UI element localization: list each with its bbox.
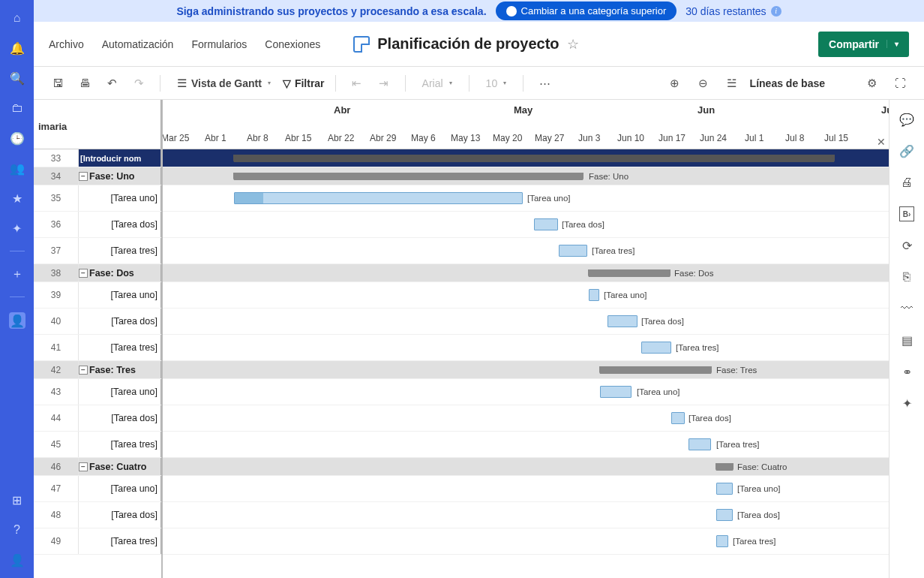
summary-bar[interactable] [716,463,733,471]
bar-area[interactable]: [Tarea uno] [161,282,889,308]
task-bar[interactable] [641,342,671,354]
bar-area[interactable]: Fase: Uno [161,167,889,185]
folder-icon[interactable]: 🗀 [10,101,25,116]
zoom-in-icon[interactable]: ⊕ [664,73,686,94]
baselines-button[interactable]: Líneas de base [750,77,825,89]
refresh-icon[interactable]: ⟳ [899,238,914,253]
task-bar[interactable] [716,535,728,547]
print-icon[interactable]: 🖶 [74,73,95,94]
trial-days-remaining[interactable]: 30 días restantes [686,5,781,17]
workapps-icon[interactable]: ✦ [10,221,25,236]
font-size-selector[interactable]: 10 [480,74,513,92]
gantt-chart[interactable]: imaria AbrMayJunJul Mar 25Abr 1Abr 8Abr … [34,100,889,578]
task-name-cell[interactable]: [Tarea tres] [79,238,161,263]
task-name-cell[interactable]: −Fase: Dos [79,264,161,281]
zoom-out-icon[interactable]: ⊖ [693,73,714,94]
task-bar[interactable] [600,386,632,398]
task-bar[interactable] [559,245,587,257]
menu-automation[interactable]: Automatización [102,38,174,50]
bar-area[interactable]: [Tarea dos] [161,309,889,334]
bar-area[interactable]: [Tarea tres] [161,528,889,554]
summary-bar[interactable] [600,366,711,374]
task-name-cell[interactable]: [Tarea tres] [79,528,161,554]
apps-grid-icon[interactable]: ⊞ [10,492,25,507]
undo-icon[interactable]: ↶ [101,73,122,94]
people-icon[interactable]: 👥 [10,161,25,176]
bar-area[interactable]: [Tarea tres] [161,432,889,457]
bell-icon[interactable]: 🔔 [10,41,25,56]
collapse-toggle[interactable]: − [79,269,88,278]
attachments-icon[interactable]: 🔗 [899,143,914,158]
task-bar[interactable] [671,412,685,424]
collapse-toggle[interactable]: − [79,172,88,181]
critical-path-icon[interactable] [832,73,854,94]
task-name-cell[interactable]: [Tarea dos] [79,212,161,237]
primary-column-header[interactable]: imaria [34,100,161,149]
bar-area[interactable]: [Tarea tres] [161,238,889,263]
star-icon[interactable]: ★ [10,191,25,206]
save-icon[interactable]: 🖫 [47,73,68,94]
close-gantt-icon[interactable]: ✕ [877,136,886,148]
bar-area[interactable]: Fase: Cuatro [161,458,889,475]
column-resizer[interactable] [160,100,163,578]
workspace-icon[interactable]: 👤 [9,312,26,329]
home-icon[interactable]: ⌂ [10,11,25,26]
task-name-cell[interactable]: [Tarea dos] [79,405,161,431]
view-selector[interactable]: ☰Vista de Gantt [171,74,277,93]
menu-connections[interactable]: Conexiones [265,38,320,50]
expand-icon[interactable]: ⛶ [890,73,910,94]
task-name-cell[interactable]: −Fase: Uno [79,167,161,185]
collapse-toggle[interactable]: − [79,462,88,471]
bar-area[interactable]: [Tarea dos] [161,212,889,237]
activity-icon[interactable]: 〰 [899,301,914,316]
clock-icon[interactable]: 🕒 [10,131,25,146]
task-bar[interactable] [589,289,599,301]
bar-area[interactable] [161,149,889,167]
search-icon[interactable]: 🔍 [10,71,25,86]
task-name-cell[interactable]: [Tarea dos] [79,502,161,528]
summary-icon[interactable]: ▤ [899,333,914,348]
task-bar[interactable] [716,483,733,495]
comments-icon[interactable]: 💬 [899,112,914,127]
bar-area[interactable]: [Tarea dos] [161,502,889,528]
menu-forms[interactable]: Formularios [191,38,247,50]
help-icon[interactable]: ? [10,522,25,537]
brandfolder-icon[interactable]: B› [899,206,914,221]
task-name-cell[interactable]: −Fase: Tres [79,361,161,378]
more-icon[interactable]: ⋯ [534,73,555,94]
outdent-icon[interactable]: ⇤ [346,73,368,94]
bar-area[interactable]: [Tarea tres] [161,335,889,360]
bar-area[interactable]: Fase: Dos [161,264,889,281]
document-title[interactable]: Planificación de proyecto [377,35,559,53]
plus-icon[interactable]: ＋ [10,266,25,281]
indent-icon[interactable]: ⇥ [374,73,394,94]
task-name-cell[interactable]: [Tarea uno] [79,282,161,308]
summary-bar[interactable] [234,173,583,180]
ai-sparkle-icon[interactable]: ✦ [899,396,914,411]
upgrade-button[interactable]: Cambiar a una categoría superior [496,2,677,20]
update-request-icon[interactable]: ⎘ [899,269,914,284]
task-bar[interactable] [234,192,523,204]
favorite-star-icon[interactable]: ☆ [567,36,579,53]
account-icon[interactable]: 👤 [10,552,25,567]
task-name-cell[interactable]: [Tarea tres] [79,432,161,457]
task-name-cell[interactable]: [Tarea uno] [79,379,161,405]
settings-gear-icon[interactable]: ⚙ [861,73,882,94]
task-bar[interactable] [608,315,638,327]
task-name-cell[interactable]: [Tarea uno] [79,185,161,211]
font-selector[interactable]: Arial [416,74,458,92]
filter-button[interactable]: ▽Filtrar [283,77,325,89]
task-name-cell[interactable]: −Fase: Cuatro [79,458,161,475]
redo-icon[interactable]: ↷ [128,73,149,94]
connect-icon[interactable]: ⚭ [899,364,914,379]
proof-icon[interactable]: 🖨 [899,175,914,190]
task-name-cell[interactable]: −[Introducir nom [79,149,161,167]
bar-area[interactable]: Fase: Tres [161,361,889,378]
task-bar[interactable] [688,438,711,450]
collapse-toggle[interactable]: − [79,366,88,375]
task-name-cell[interactable]: [Tarea dos] [79,309,161,334]
bar-area[interactable]: [Tarea uno] [161,185,889,211]
share-button[interactable]: Compartir [818,32,909,57]
task-bar[interactable] [534,218,558,230]
summary-bar[interactable] [234,155,834,162]
